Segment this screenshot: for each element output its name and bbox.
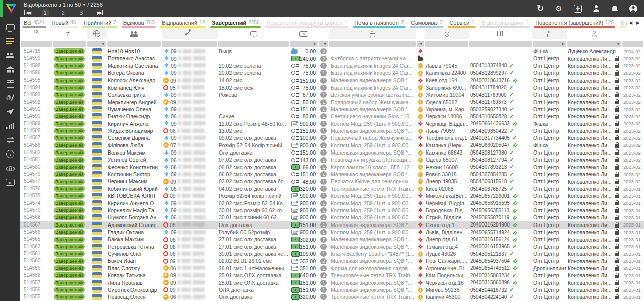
table-row[interactable]: 514576ЗавершенийКобилинський Юрий068 888…	[20, 185, 644, 192]
last-page-button[interactable]: ▶▶	[94, 10, 103, 15]
table-row[interactable]: 514568ЗавершенийШумляс Богдана Ан...068 …	[20, 214, 644, 221]
filter-input-date[interactable]	[622, 41, 643, 47]
table-row[interactable]: 514581ЗавершенийУстинов Сергей068 888 88…	[20, 156, 644, 163]
table-row[interactable]: 514592ЗавершенийМерклингер Андрей098 888…	[20, 99, 644, 106]
table-row[interactable]: 514587ЗавершенийСеменюк Дарина098 888 88…	[20, 134, 644, 141]
filter-input-name[interactable]	[107, 41, 161, 47]
column-header-qty[interactable]	[318, 28, 329, 39]
column-header-comment[interactable]	[218, 28, 289, 39]
column-header-tracking[interactable]	[469, 28, 532, 39]
filter-input-status[interactable]	[53, 41, 86, 47]
column-header-location[interactable]	[425, 28, 469, 39]
column-header-usertype[interactable]	[532, 28, 567, 39]
sidebar-item-tutorials[interactable]	[0, 175, 20, 189]
table-row[interactable]: 514598ЗавершенийМалютина Светлана098 888…	[20, 62, 644, 69]
tab-10[interactable]: Сервіси1	[446, 17, 478, 28]
sidebar-item-marketing[interactable]	[0, 105, 20, 119]
sidebar-item-settings[interactable]	[0, 133, 20, 147]
filter-input-qty[interactable]: ▼	[319, 41, 328, 47]
tab-3[interactable]: Прийнятий7	[80, 17, 120, 28]
sidebar-item-info[interactable]	[0, 147, 20, 161]
sidebar-item-shipping[interactable]	[0, 91, 20, 105]
tab-2[interactable]: Новый46	[48, 17, 80, 28]
table-row[interactable]: 514599ЗавершенийПотапенко Анастас...098 …	[20, 55, 644, 62]
tab-13[interactable]: Відпр	[617, 17, 627, 28]
table-row[interactable]: 514565ЗавершенийБаюка Максим068 888 8888…	[20, 236, 644, 243]
tab-5[interactable]: Відправлений12	[158, 17, 208, 28]
page-button-2[interactable]: 2	[60, 9, 67, 16]
table-row[interactable]: 514591ЗавершенийЧумаченко Олена098 888 8…	[20, 106, 644, 113]
filter-input-product[interactable]	[329, 41, 416, 47]
sidebar-item-products[interactable]	[0, 77, 20, 91]
table-row[interactable]: 514575ЗавершенийКВІТОВСЬКА ЮЛІЯ098 888 8…	[20, 192, 644, 199]
table-row[interactable]: 514558ЗавершенийКовпак Татьяна098 888 88…	[20, 272, 644, 279]
table-row[interactable]: 514560ЗавершенийБокоч Иван098 888 888802…	[20, 257, 644, 264]
sidebar-item-customers[interactable]	[0, 48, 20, 62]
table-row[interactable]: 514559ЗавершенийВлас Слотюу068 888 88882…	[20, 265, 644, 272]
table-row[interactable]: 514566ЗавершенийГладик Оксана098 888 888…	[20, 229, 644, 236]
column-header-phone[interactable]	[162, 28, 218, 39]
sidebar-item-warehouse[interactable]	[0, 62, 20, 77]
filter-input-user[interactable]: ▼	[567, 41, 621, 47]
column-header-flag[interactable]	[87, 28, 107, 39]
filter-input-comment[interactable]	[218, 41, 289, 47]
topbar-settings-button[interactable]	[554, 4, 564, 13]
sidebar-item-orders[interactable]	[0, 34, 20, 48]
table-row[interactable]: 514580ЗавершенийФесенко Константин068 88…	[20, 164, 644, 171]
table-row[interactable]: 514563ЗавершенийПетровська Тетяна068 888…	[20, 243, 644, 250]
table-row[interactable]: 514593ЗавершенийСольська Ірина098 888 88…	[20, 91, 644, 98]
table-row[interactable]: 514588ЗавершенийЖидак Володимир068 888 8…	[20, 127, 644, 134]
table-row[interactable]: 514567ЗавершенийАдамовский Станис...068 …	[20, 221, 644, 229]
table-row[interactable]: 514590ЗавершенийГнатюк Олексндр068 888 8…	[20, 113, 644, 120]
filter-input-amount[interactable]: ▼	[290, 41, 318, 47]
table-row[interactable]: 514561ЗавершенийСучилов Олег068 888 8888…	[20, 250, 644, 257]
column-header-date[interactable]	[622, 28, 644, 39]
filter-input-phone[interactable]	[162, 41, 217, 47]
first-page-button[interactable]: ◀◀	[24, 10, 33, 15]
sidebar-item-dashboard[interactable]	[0, 20, 20, 34]
table-row[interactable]: 514716ЗавершенийНов10 Нов10098 888 8888В…	[20, 48, 644, 55]
column-header-amount[interactable]	[289, 28, 318, 39]
column-header-product[interactable]	[329, 28, 416, 39]
table-row[interactable]: 514595ЗавершенийКолосок Александр098 888…	[20, 77, 644, 84]
column-header-id[interactable]	[20, 28, 52, 39]
filter-input-usertype[interactable]: ▼	[533, 41, 566, 47]
tab-7[interactable]: Повернення товару (в дорозі)0	[263, 17, 351, 28]
tab-9[interactable]: Самовивіз2	[408, 17, 446, 28]
sidebar-item-partners[interactable]	[0, 161, 20, 175]
page-button-1[interactable]: 1	[42, 9, 49, 16]
column-header-shipicon[interactable]	[416, 28, 425, 39]
topbar-refresh-button[interactable]	[536, 4, 545, 13]
table-row[interactable]: 514557ЗавершенийЛила Ярослав098 888 8888…	[20, 279, 644, 286]
table-row[interactable]: 514579ЗавершенийКостишин Виктор098 888 8…	[20, 171, 644, 178]
table-row[interactable]: 514594ЗавершенийКомпанец Юля058 888 8888…	[20, 84, 644, 91]
app-logo[interactable]	[0, 0, 20, 17]
table-row[interactable]: 514555ЗавершенийНовосад Олеся068 888 888…	[20, 293, 644, 300]
sidebar-item-statistics[interactable]	[0, 119, 20, 133]
filter-input-id[interactable]	[21, 41, 52, 47]
tab-8[interactable]: Нема в наявності2	[351, 17, 407, 28]
page-button-3[interactable]: 3	[78, 9, 85, 16]
table-row[interactable]: 514556ЗавершенийСиротюк Олександр098 888…	[20, 286, 644, 293]
tab-12[interactable]: Повернення (завершений)125	[532, 17, 617, 28]
tab-scroll-left-icon[interactable]: ◀	[629, 20, 632, 25]
tab-1[interactable]: Всі4521	[20, 17, 48, 28]
per-page-dropdown[interactable]: 50▼	[75, 2, 86, 8]
tab-4[interactable]: Відмова763	[120, 17, 158, 28]
tab-11[interactable]: В дорозі додому0	[478, 17, 532, 28]
table-row[interactable]: 514589ЗавершенийКирилич Анжела098 888 88…	[20, 120, 644, 127]
filter-input-shipicon[interactable]: ▼	[417, 41, 424, 47]
topbar-profile-button[interactable]	[592, 4, 601, 13]
table-row[interactable]: 514570ЗавершенийКорнелюк Надія Та...098 …	[20, 207, 644, 214]
column-header-name[interactable]	[107, 28, 162, 39]
table-row[interactable]: 514596ЗавершенийВегера Оксана098 888 888…	[20, 69, 644, 77]
topbar-notifications-button[interactable]	[610, 4, 619, 13]
table-row[interactable]: 514577ЗавершенийЧерниш Максим098 888 888…	[20, 178, 644, 185]
column-header-status[interactable]	[52, 28, 87, 39]
topbar-add-button[interactable]	[573, 4, 582, 13]
filter-input-tracking[interactable]	[469, 41, 532, 47]
filter-input-location[interactable]	[425, 41, 468, 47]
filter-input-flag[interactable]: ▼	[87, 41, 106, 47]
topbar-support-button[interactable]	[629, 4, 638, 13]
table-row[interactable]: 514574ЗавершенийКирилич Анжела Ол...098 …	[20, 200, 644, 207]
